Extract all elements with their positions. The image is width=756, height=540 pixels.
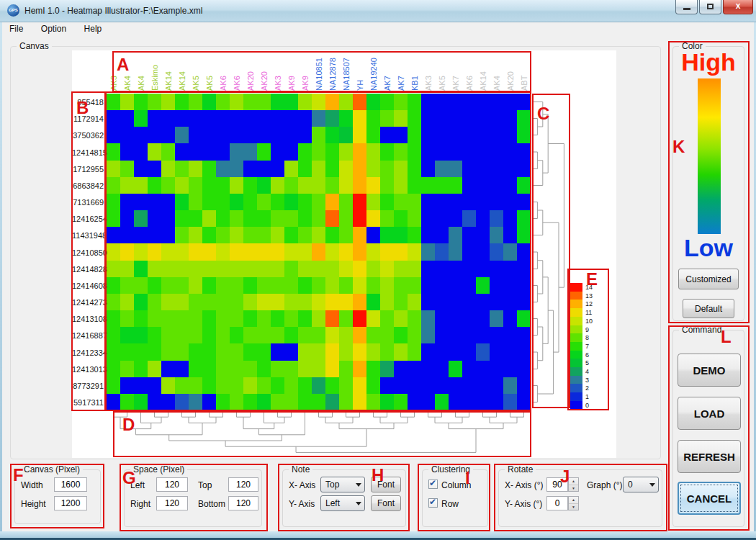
heatmap-cell — [435, 227, 449, 243]
heatmap-cell — [476, 310, 490, 327]
heatmap-cell — [298, 377, 312, 394]
heatmap-cell — [408, 294, 421, 310]
heatmap-cell — [120, 361, 134, 377]
annotation-letter-d: D — [122, 415, 135, 435]
heatmap-cell — [175, 361, 189, 377]
heatmap-cell — [366, 127, 380, 143]
y-axis-font-button[interactable]: Font — [371, 495, 401, 511]
heatmap-cell — [353, 277, 366, 294]
heatmap-cell — [202, 377, 216, 394]
x-axis-position-select[interactable]: Top — [320, 477, 365, 492]
column-checkbox[interactable] — [428, 480, 438, 489]
legend-swatch — [570, 342, 582, 351]
refresh-button[interactable]: REFRESH — [678, 440, 741, 473]
heatmap-cell — [148, 277, 161, 294]
heatmap-cell — [503, 327, 517, 343]
heatmap-cell — [449, 94, 462, 110]
width-input[interactable] — [54, 477, 87, 492]
heatmap-cell — [380, 277, 394, 294]
heatmap-cell — [503, 394, 517, 410]
heatmap-cell — [312, 161, 325, 177]
heatmap-cell — [325, 227, 339, 243]
minimize-button[interactable] — [675, 0, 698, 14]
close-button[interactable]: x — [723, 0, 753, 14]
column-label: AK14 — [178, 71, 186, 91]
heatmap-cell — [257, 210, 271, 227]
legend-swatch — [570, 308, 582, 317]
menu-option[interactable]: Option — [34, 22, 73, 36]
height-input[interactable] — [54, 496, 87, 510]
heatmap-cell — [284, 261, 298, 277]
heatmap-cell — [380, 110, 394, 127]
heatmap-cell — [462, 110, 476, 127]
load-button[interactable]: LOAD — [678, 397, 741, 430]
heatmap-cell — [230, 94, 243, 110]
heatmap-cell — [107, 177, 120, 194]
demo-button[interactable]: DEMO — [678, 354, 741, 387]
heatmap-cell — [175, 94, 189, 110]
heatmap-cell — [107, 343, 120, 361]
heatmap-cell — [161, 161, 175, 177]
heatmap-cell — [298, 277, 312, 294]
heatmap-cell — [380, 310, 394, 327]
heatmap-cell — [353, 261, 366, 277]
heatmap-cell — [490, 277, 503, 294]
heatmap-cell — [366, 394, 380, 410]
heatmap-cell — [462, 243, 476, 261]
legend-swatch — [570, 384, 582, 392]
space-bottom-input[interactable] — [228, 496, 258, 510]
legend-tick-label: 4 — [585, 368, 589, 375]
heatmap-cell — [257, 110, 271, 127]
menu-help[interactable]: Help — [77, 22, 109, 36]
heatmap-cell — [202, 177, 216, 194]
row-checkbox[interactable] — [428, 498, 438, 508]
heatmap-cell — [408, 161, 421, 177]
heatmap-cell — [202, 294, 216, 310]
heatmap-cell — [366, 143, 380, 161]
heatmap-cell — [298, 361, 312, 377]
rotate-y-input[interactable] — [546, 496, 568, 510]
heatmap-cell — [490, 394, 503, 410]
heatmap-cell — [161, 194, 175, 210]
legend-tick-label: 8 — [585, 334, 589, 341]
heatmap-cell — [503, 210, 517, 227]
rotate-y-spinner[interactable]: ▲▼ — [568, 496, 579, 510]
cancel-button[interactable]: CANCEL — [678, 482, 741, 515]
space-right-input[interactable] — [156, 496, 188, 510]
column-label: AK3 — [109, 76, 118, 91]
heatmap-cell — [490, 127, 503, 143]
y-axis-position-select[interactable]: Left — [320, 495, 365, 511]
heatmap-cell — [148, 210, 161, 227]
heatmap-cell — [271, 94, 284, 110]
heatmap-cell — [435, 177, 449, 194]
heatmap-cell — [366, 310, 380, 327]
heatmap-cell — [394, 127, 408, 143]
default-button[interactable]: Default — [683, 299, 734, 318]
heatmap-cell — [462, 127, 476, 143]
rotate-graph-label: Graph (°) — [587, 480, 622, 490]
space-left-input[interactable] — [156, 477, 188, 492]
space-top-input[interactable] — [228, 477, 258, 492]
heatmap-cell — [339, 110, 353, 127]
heatmap-cell — [161, 243, 175, 261]
row-label: 3750362 — [72, 131, 104, 140]
heatmap-cell — [161, 277, 175, 294]
heatmap-cell — [243, 94, 257, 110]
heatmap-cell — [339, 310, 353, 327]
heatmap-cell — [257, 177, 271, 194]
title-bar[interactable]: GPS HemI 1.0 - Heatmap Illustrator-F:\Ex… — [0, 0, 756, 22]
heatmap-cell — [435, 277, 449, 294]
heatmap-cell — [134, 361, 148, 377]
customized-button[interactable]: Customized — [678, 269, 739, 289]
rotate-graph-select[interactable]: 0 — [623, 477, 659, 492]
column-label: YH — [356, 80, 364, 91]
heatmap-cell — [476, 261, 490, 277]
heatmap-cell — [284, 110, 298, 127]
heatmap-cell — [257, 227, 271, 243]
maximize-button[interactable] — [699, 0, 721, 14]
heatmap-cell — [243, 143, 257, 161]
menu-file[interactable]: File — [2, 22, 30, 36]
heatmap-cell — [394, 177, 408, 194]
heatmap-cell — [449, 361, 462, 377]
heatmap-cell — [120, 394, 134, 410]
